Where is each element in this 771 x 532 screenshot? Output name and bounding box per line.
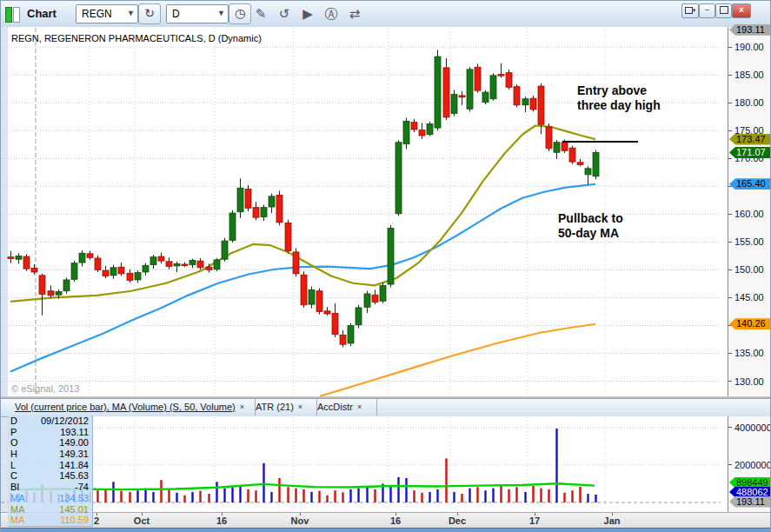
candle[interactable] [110, 265, 116, 279]
candle[interactable] [467, 67, 473, 111]
date-axis[interactable]: 2Oct16Nov16Dec17Jan [1, 512, 771, 529]
candle[interactable] [356, 305, 362, 329]
candle[interactable] [372, 289, 378, 304]
redo-curve-icon[interactable]: ↺ [275, 4, 294, 23]
candle[interactable] [174, 262, 180, 272]
ma-200-line[interactable] [320, 324, 595, 396]
restore-window-button[interactable]: ▾ [681, 3, 699, 18]
candle[interactable] [166, 257, 172, 269]
candle[interactable] [71, 261, 77, 282]
candle[interactable] [309, 287, 315, 309]
candle[interactable] [475, 63, 481, 92]
candle[interactable] [395, 140, 402, 216]
volume-chart-svg[interactable] [1, 416, 728, 512]
candle[interactable] [380, 283, 386, 303]
candle[interactable] [237, 178, 243, 217]
candle[interactable] [419, 123, 425, 139]
close-button[interactable]: × [732, 3, 751, 18]
candle[interactable] [48, 285, 54, 298]
candle[interactable] [554, 140, 560, 159]
candle[interactable] [340, 330, 346, 347]
candle[interactable] [506, 70, 512, 90]
candle[interactable] [229, 210, 236, 243]
candle[interactable] [95, 256, 101, 272]
candle[interactable] [324, 307, 330, 316]
candle[interactable] [498, 63, 504, 78]
candle[interactable] [403, 118, 409, 150]
candle[interactable] [127, 269, 133, 283]
candle[interactable] [103, 266, 109, 278]
candle[interactable] [245, 185, 251, 211]
annotation-a-icon[interactable]: Ⓐ [322, 4, 341, 23]
candle[interactable] [585, 166, 591, 184]
symbol-go-button[interactable]: ↻ [138, 3, 161, 24]
candle[interactable] [285, 220, 291, 254]
candle[interactable] [87, 251, 93, 260]
play-icon[interactable]: ▶ [298, 4, 317, 23]
candle[interactable] [8, 251, 14, 263]
candle[interactable] [593, 150, 599, 179]
candle[interactable] [23, 254, 30, 270]
candle[interactable] [16, 253, 22, 263]
candle[interactable] [79, 250, 85, 267]
candle[interactable] [189, 259, 196, 269]
horizontal-scrollbar[interactable] [1, 528, 771, 532]
candle[interactable] [118, 263, 124, 276]
candle[interactable] [530, 96, 536, 112]
volume-bars-layer[interactable] [11, 429, 596, 502]
candle[interactable] [332, 303, 338, 337]
compare-arrows-icon[interactable]: ⇄ [345, 4, 364, 23]
candle[interactable] [214, 258, 220, 271]
candle[interactable] [276, 190, 282, 225]
candle[interactable] [451, 90, 457, 116]
volume-ma-line[interactable] [10, 483, 595, 489]
close-icon[interactable]: × [357, 402, 362, 411]
data-inspector-panel[interactable]: D09/12/2012P193.11O149.00H149.31L141.84C… [8, 416, 93, 527]
candle[interactable] [316, 289, 322, 315]
candle[interactable] [63, 277, 70, 294]
candle[interactable] [348, 323, 354, 346]
volume-axis[interactable]: 40000002000000898449488062193.11 [728, 416, 771, 512]
candle[interactable] [546, 123, 552, 151]
candle[interactable] [269, 194, 275, 213]
candle[interactable] [443, 58, 449, 120]
candle[interactable] [435, 50, 441, 130]
candle[interactable] [293, 248, 299, 276]
candle[interactable] [427, 122, 433, 136]
candle[interactable] [135, 270, 141, 283]
candle[interactable] [261, 204, 267, 221]
price-axis[interactable]: 190.00185.00180.00175.00170.00165.00160.… [728, 27, 771, 399]
candle[interactable] [482, 90, 489, 105]
candle[interactable] [364, 291, 370, 314]
candle[interactable] [150, 255, 156, 269]
close-icon[interactable]: × [240, 402, 244, 411]
pencil-icon[interactable]: ✎ [251, 4, 270, 23]
candle[interactable] [158, 253, 164, 264]
chevron-down-icon[interactable]: ▼ [127, 9, 135, 17]
candle[interactable] [182, 262, 188, 267]
candle[interactable] [197, 258, 203, 269]
candle[interactable] [522, 96, 528, 112]
tab-atr[interactable]: ATR (21)× [249, 399, 317, 416]
chevron-down-icon[interactable]: ▼ [217, 9, 225, 17]
candle[interactable] [222, 238, 228, 262]
candle[interactable] [31, 264, 37, 275]
candle[interactable] [490, 73, 496, 100]
time-template-button[interactable]: ◷ [229, 3, 251, 24]
entry-annotation[interactable]: Entry above three day high [577, 83, 661, 113]
symbol-input[interactable]: REGN ▼ [76, 4, 138, 23]
candle[interactable] [388, 225, 394, 287]
maximize-button[interactable] [715, 3, 732, 18]
tab-accdistr[interactable]: AccDistr× [310, 399, 377, 416]
candle[interactable] [577, 159, 583, 166]
interval-select[interactable]: D ▼ [166, 4, 229, 23]
close-icon[interactable]: × [298, 402, 302, 411]
candle[interactable] [253, 202, 259, 220]
candle[interactable] [143, 263, 149, 276]
candle[interactable] [39, 274, 45, 316]
tab-volume[interactable]: Vol (current price bar), MA (Volume) (S,… [8, 399, 256, 416]
minimize-button[interactable]: – [699, 3, 715, 18]
pullback-annotation[interactable]: Pullback to 50-day MA [558, 211, 623, 241]
candle[interactable] [569, 146, 575, 164]
candle[interactable] [514, 84, 520, 107]
